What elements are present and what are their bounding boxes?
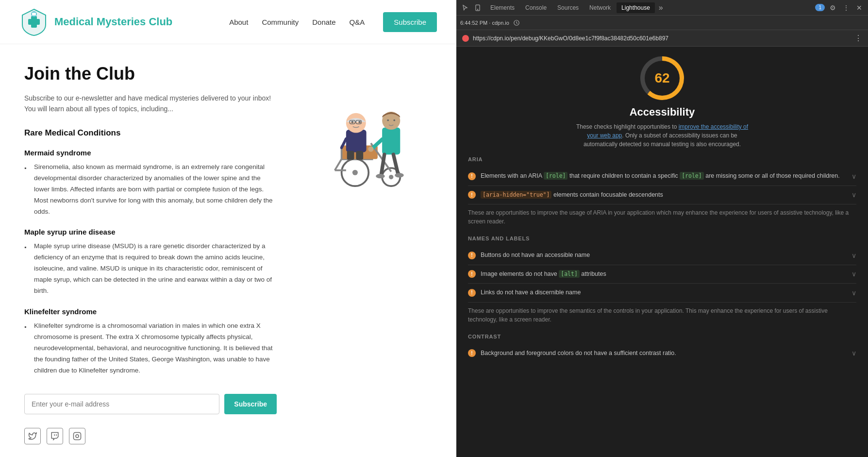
devtools-time: 6:44:52 PM · cdpn.io (460, 20, 509, 26)
svg-point-21 (351, 121, 354, 123)
score-section: 62 Accessibility These checks highlight … (468, 56, 856, 149)
site-favicon (462, 35, 469, 42)
svg-line-37 (393, 154, 398, 173)
illustration (296, 73, 432, 200)
tab-console[interactable]: Console (520, 2, 551, 13)
score-desc: These checks highlight opportunities to … (575, 122, 750, 149)
contrast-item-1-chevron: ∨ (851, 349, 856, 357)
condition-title-1: Mermaid syndrome (24, 149, 277, 157)
page-subtitle: Subscribe to our e-newsletter and have m… (24, 93, 277, 115)
svg-point-10 (389, 175, 393, 179)
nav-link-donate[interactable]: Donate (312, 18, 335, 26)
aria-item-2[interactable]: ! [aria-hidden="true"] elements contain … (468, 186, 856, 205)
names-item-2-text: Image elements do not have [alt] attribu… (481, 270, 848, 279)
url-more-icon[interactable]: ⋮ (854, 34, 862, 43)
svg-rect-4 (74, 432, 81, 440)
score-circle: 62 (640, 56, 684, 100)
nav-link-about[interactable]: About (229, 18, 248, 26)
nav-links: About Community Donate Q&A Subscribe (229, 12, 437, 32)
names-warning-icon-3: ! (468, 289, 476, 297)
names-item-2[interactable]: ! Image elements do not have [alt] attri… (468, 265, 856, 284)
score-desc-prefix: These checks highlight opportunities to (576, 123, 679, 130)
svg-point-8 (352, 170, 358, 175)
devtools-actions: 1 ⚙ ⋮ ✕ (815, 3, 864, 13)
svg-point-5 (76, 435, 79, 438)
condition-text-2: Maple syrup urine disease (MSUD) is a ra… (24, 241, 277, 297)
score-circle-inner: 62 (645, 61, 680, 96)
aria-item-1-chevron: ∨ (851, 172, 856, 180)
mobile-icon[interactable] (473, 3, 483, 13)
aria-section-header: ARIA (468, 156, 856, 162)
content-right (296, 64, 432, 444)
nav-link-community[interactable]: Community (262, 18, 299, 26)
svg-rect-19 (346, 130, 367, 152)
email-input[interactable] (24, 394, 219, 414)
aria-item-2-text: [aria-hidden="true"] elements contain fo… (481, 191, 848, 200)
nav-link-qa[interactable]: Q&A (350, 18, 365, 26)
reload-icon[interactable] (513, 19, 520, 26)
social-icons (24, 428, 277, 444)
role-code-2: [role] (680, 172, 704, 180)
instagram-icon[interactable] (69, 428, 85, 444)
nav-subscribe-button[interactable]: Subscribe (383, 12, 437, 32)
svg-point-6 (79, 434, 80, 434)
svg-rect-3 (32, 13, 36, 16)
aria-item-1[interactable]: ! Elements with an ARIA [role] that requ… (468, 167, 856, 186)
svg-point-32 (393, 119, 395, 121)
tab-elements[interactable]: Elements (485, 2, 519, 13)
contrast-item-1[interactable]: ! Background and foreground colors do no… (468, 344, 856, 363)
condition-title-2: Maple syrup urine disease (24, 228, 277, 236)
names-warning-icon-1: ! (468, 252, 476, 259)
names-item-2-chevron: ∨ (851, 270, 856, 278)
condition-text-1: Sirenomelia, also known as mermaid syndr… (24, 162, 277, 218)
role-code-1: [role] (544, 172, 568, 180)
svg-point-41 (477, 9, 478, 9)
names-item-3-text: Links do not have a discernible name (481, 288, 848, 297)
twitter-icon[interactable] (24, 428, 41, 444)
aria-warning-icon-1: ! (468, 172, 476, 180)
tab-sources[interactable]: Sources (552, 2, 584, 13)
names-labels-section-header: NAMES AND LABELS (468, 236, 856, 241)
alt-code: [alt] (559, 270, 580, 278)
aria-item-1-text: Elements with an ARIA [role] that requir… (481, 172, 848, 181)
svg-point-39 (395, 173, 404, 177)
devtools-panel: Elements Console Sources Network Lightho… (456, 0, 868, 457)
close-devtools-icon[interactable]: ✕ (854, 3, 864, 13)
names-info-text: These are opportunities to improve the s… (468, 303, 856, 326)
lighthouse-content: 62 Accessibility These checks highlight … (456, 47, 868, 457)
contrast-section-header: CONTRAST (468, 334, 856, 339)
svg-point-22 (358, 121, 361, 123)
svg-point-31 (387, 119, 389, 121)
names-item-1-text: Buttons do not have an accessible name (481, 251, 848, 260)
aria-info-text: These are opportunities to improve the u… (468, 204, 856, 228)
cursor-icon[interactable] (460, 3, 470, 13)
names-item-1[interactable]: ! Buttons do not have an accessible name… (468, 246, 856, 265)
aria-item-2-chevron: ∨ (851, 191, 856, 199)
aria-hidden-code: [aria-hidden="true"] (481, 191, 551, 199)
svg-rect-27 (347, 151, 354, 160)
score-number: 62 (654, 70, 669, 86)
main-content: Join the Club Subscribe to our e-newslet… (0, 44, 456, 457)
condition-title-3: Klinefelter syndrome (24, 307, 277, 316)
names-item-3-chevron: ∨ (851, 289, 856, 297)
names-warning-icon-2: ! (468, 270, 476, 278)
email-form: Subscribe (24, 394, 277, 414)
devtools-urlbar: 6:44:52 PM · cdpn.io (456, 16, 868, 30)
devtools-url: https://cdpn.io/pen/debug/KKebGwO/0d8ee1… (473, 35, 851, 42)
names-item-3[interactable]: ! Links do not have a discernible name ∨ (468, 284, 856, 303)
svg-line-17 (335, 159, 342, 170)
twitch-icon[interactable] (47, 428, 63, 444)
svg-rect-1 (28, 19, 40, 25)
nav-logo-text: Medical Mysteries Club (54, 16, 172, 28)
page-title: Join the Club (24, 64, 277, 84)
devtools-url-row: https://cdpn.io/pen/debug/KKebGwO/0d8ee1… (456, 30, 868, 47)
names-item-1-chevron: ∨ (851, 252, 856, 259)
tab-network[interactable]: Network (584, 2, 616, 13)
vertical-dots-icon[interactable]: ⋮ (841, 3, 851, 13)
tab-lighthouse[interactable]: Lighthouse (617, 2, 655, 13)
aria-warning-icon-2: ! (468, 191, 476, 199)
tabs-more-icon[interactable]: » (656, 3, 666, 12)
website-panel: Medical Mysteries Club About Community D… (0, 0, 456, 457)
form-subscribe-button[interactable]: Subscribe (224, 394, 277, 414)
settings-icon[interactable]: ⚙ (828, 3, 838, 13)
